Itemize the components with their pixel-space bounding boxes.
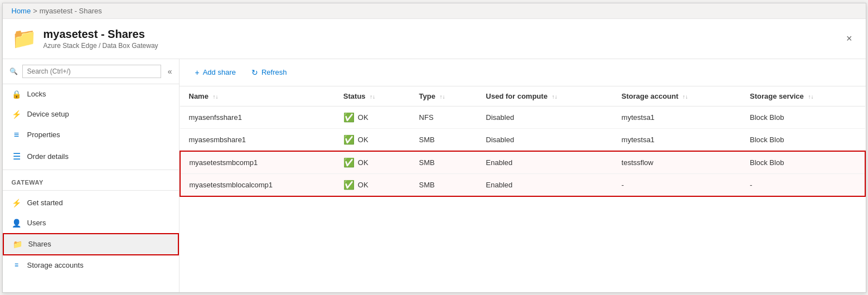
sidebar-divider (3, 170, 179, 170)
col-status[interactable]: Status ↑↓ (334, 86, 410, 107)
col-type[interactable]: Type ↑↓ (410, 86, 477, 107)
search-box: 🔍 « (3, 59, 179, 84)
cell-type: NFS (410, 106, 477, 128)
content-panel: + Add share ↻ Refresh Name ↑↓ (180, 59, 866, 292)
cell-storage_account: mytestsa1 (613, 106, 741, 128)
sidebar-divider-2 (3, 190, 179, 191)
col-name[interactable]: Name ↑↓ (180, 86, 334, 107)
sidebar: 🔍 « 🔒 Locks ⚡ Device setup ≡ Properties (3, 59, 180, 292)
breadcrumb-current: myasetest - Shares (40, 7, 102, 15)
cell-used_for_compute: Disabled (477, 128, 613, 151)
breadcrumb-separator: > (33, 7, 37, 15)
cell-storage_account: mytestsa1 (613, 128, 741, 151)
col-storage-account[interactable]: Storage account ↑↓ (613, 86, 741, 107)
sort-icon-storage-service: ↑↓ (808, 94, 813, 100)
device-setup-icon: ⚡ (12, 110, 22, 119)
col-storage-service[interactable]: Storage service ↑↓ (741, 86, 865, 107)
cell-used_for_compute: Disabled (477, 106, 613, 128)
table-area: Name ↑↓ Status ↑↓ Type ↑↓ (180, 86, 866, 292)
sidebar-item-label: Users (27, 219, 46, 227)
breadcrumb-home[interactable]: Home (12, 7, 31, 15)
refresh-label: Refresh (261, 68, 287, 76)
cell-storage_service: Block Blob (741, 128, 865, 151)
refresh-icon: ↻ (251, 68, 258, 77)
cell-type: SMB (410, 173, 477, 196)
cell-status: ✅OK (334, 128, 410, 151)
main-window: Home > myasetest - Shares 📁 myasetest - … (2, 3, 866, 293)
sidebar-item-properties[interactable]: ≡ Properties (3, 124, 179, 146)
sidebar-item-locks[interactable]: 🔒 Locks (3, 84, 179, 104)
cell-name: myasetestsmblocalcomp1 (180, 173, 334, 196)
sidebar-item-label: Locks (27, 90, 46, 98)
sidebar-item-label: Properties (27, 130, 60, 139)
sort-icon-name: ↑↓ (213, 94, 219, 100)
sidebar-item-label: Shares (28, 240, 51, 248)
page-title: myasetest - Shares (43, 28, 158, 41)
sort-icon-compute: ↑↓ (552, 94, 557, 100)
cell-status: ✅OK (334, 106, 410, 128)
title-text: myasetest - Shares Azure Stack Edge / Da… (43, 28, 158, 50)
cell-storage_account: - (613, 173, 741, 196)
sidebar-item-storage-accounts[interactable]: ≡ Storage accounts (3, 255, 179, 275)
cell-name: myasetestsmbcomp1 (180, 151, 334, 174)
gateway-section: Gateway (3, 172, 179, 188)
cell-storage_account: testssflow (613, 151, 741, 174)
sidebar-item-label: Device setup (27, 110, 69, 118)
sort-icon-type: ↑↓ (440, 94, 445, 100)
title-bar: 📁 myasetest - Shares Azure Stack Edge / … (3, 19, 866, 59)
storage-accounts-icon: ≡ (12, 261, 22, 269)
cell-name: myasesmbshare1 (180, 128, 334, 151)
order-details-icon: ☰ (12, 151, 22, 162)
page-subtitle: Azure Stack Edge / Data Box Gateway (43, 42, 158, 50)
get-started-icon: ⚡ (12, 199, 22, 207)
sidebar-item-get-started[interactable]: ⚡ Get started (3, 193, 179, 213)
sidebar-item-label: Get started (27, 199, 63, 207)
cell-type: SMB (410, 128, 477, 151)
add-icon: + (195, 68, 200, 77)
shares-folder-icon: 📁 (13, 240, 23, 249)
sort-icon-storage-account: ↑↓ (682, 94, 688, 100)
table-row[interactable]: myasetestsmblocalcomp1✅OKSMBEnabled-- (180, 173, 865, 196)
lock-icon: 🔒 (12, 90, 22, 99)
status-icon: ✅ (343, 157, 355, 168)
sort-icon-status: ↑↓ (370, 94, 375, 100)
table-header: Name ↑↓ Status ↑↓ Type ↑↓ (180, 86, 865, 107)
cell-status: ✅OK (334, 151, 410, 174)
add-share-button[interactable]: + Add share (188, 65, 243, 80)
sidebar-item-label: Storage accounts (27, 261, 84, 269)
sidebar-item-order-details[interactable]: ☰ Order details (3, 146, 179, 167)
table-body: myasenfsshare1✅OKNFSDisabledmytestsa1Blo… (180, 106, 865, 196)
cell-storage_service: Block Blob (741, 106, 865, 128)
users-icon: 👤 (12, 219, 22, 228)
main-content: 🔍 « 🔒 Locks ⚡ Device setup ≡ Properties (3, 59, 866, 292)
status-icon: ✅ (343, 134, 355, 145)
status-icon: ✅ (343, 112, 355, 123)
status-icon: ✅ (343, 180, 355, 190)
col-compute[interactable]: Used for compute ↑↓ (477, 86, 613, 107)
properties-icon: ≡ (12, 130, 22, 140)
table-row[interactable]: myasetestsmbcomp1✅OKSMBEnabledtestssflow… (180, 151, 865, 174)
cell-used_for_compute: Enabled (477, 173, 613, 196)
sidebar-item-device-setup[interactable]: ⚡ Device setup (3, 104, 179, 124)
search-input[interactable] (22, 65, 161, 78)
sidebar-item-label: Order details (27, 152, 69, 161)
folder-icon: 📁 (12, 27, 37, 50)
collapse-icon[interactable]: « (168, 67, 172, 76)
cell-storage_service: Block Blob (741, 151, 865, 174)
refresh-button[interactable]: ↻ Refresh (245, 65, 294, 80)
cell-status: ✅OK (334, 173, 410, 196)
cell-storage_service: - (741, 173, 865, 196)
shares-table: Name ↑↓ Status ↑↓ Type ↑↓ (180, 86, 866, 197)
breadcrumb: Home > myasetest - Shares (3, 3, 866, 19)
table-row[interactable]: myasenfsshare1✅OKNFSDisabledmytestsa1Blo… (180, 106, 865, 128)
cell-used_for_compute: Enabled (477, 151, 613, 174)
add-share-label: Add share (203, 68, 236, 76)
search-icon: 🔍 (9, 67, 18, 75)
sidebar-item-shares[interactable]: 📁 Shares (3, 233, 179, 255)
table-row[interactable]: myasesmbshare1✅OKSMBDisabledmytestsa1Blo… (180, 128, 865, 151)
cell-name: myasenfsshare1 (180, 106, 334, 128)
sidebar-item-users[interactable]: 👤 Users (3, 213, 179, 233)
toolbar: + Add share ↻ Refresh (180, 59, 866, 86)
close-button[interactable]: × (842, 31, 857, 47)
sidebar-nav: 🔒 Locks ⚡ Device setup ≡ Properties ☰ Or… (3, 84, 179, 292)
